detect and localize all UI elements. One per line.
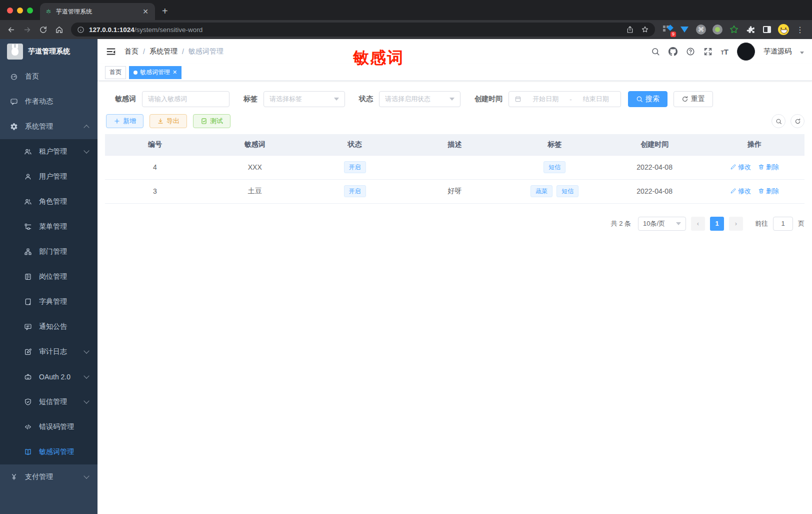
user-avatar[interactable] — [737, 43, 755, 61]
puzzle-extensions-icon[interactable] — [744, 24, 756, 36]
sidebar-item-label: 支付管理 — [25, 472, 53, 481]
shrink-search-button[interactable] — [772, 114, 786, 128]
logo-avatar — [7, 44, 23, 60]
column-header: 状态 — [305, 134, 405, 155]
command-extension-icon[interactable]: ⌘ — [695, 24, 707, 36]
sidebar-item-敏感词管理[interactable]: 敏感词管理 — [0, 439, 98, 464]
delete-row-button[interactable]: 删除 — [758, 163, 779, 172]
sidebar-item-部门管理[interactable]: 部门管理 — [0, 239, 98, 264]
collapse-sidebar-icon[interactable] — [106, 46, 116, 57]
edit-row-button[interactable]: 修改 — [730, 187, 751, 196]
breadcrumb-item[interactable]: 系统管理 — [150, 47, 178, 56]
breadcrumb-item: 敏感词管理 — [188, 47, 224, 56]
test-button[interactable]: 测试 — [193, 114, 230, 128]
sidebar-item-短信管理[interactable]: 短信管理 — [0, 389, 98, 414]
sidebar-item-用户管理[interactable]: 用户管理 — [0, 164, 98, 189]
sidebar-item-字典管理[interactable]: 字典管理 — [0, 289, 98, 314]
sidebar-item-支付管理[interactable]: 支付管理 — [0, 464, 98, 489]
sidebar-item-作者动态[interactable]: 作者动态 — [0, 89, 98, 114]
edit-row-button[interactable]: 修改 — [730, 163, 751, 172]
table-row: 3土豆开启好呀蔬菜短信2022-04-08修改删除 — [105, 179, 804, 203]
delete-row-button[interactable]: 删除 — [758, 187, 779, 196]
next-page-button[interactable]: › — [729, 217, 743, 231]
bookmark-star-icon[interactable] — [641, 26, 649, 34]
tags-view-tab-敏感词管理[interactable]: 敏感词管理✕ — [129, 66, 182, 79]
sidebar-item-label: 通知公告 — [39, 322, 67, 331]
reload-button[interactable] — [36, 23, 50, 37]
header-search-icon[interactable] — [651, 47, 660, 56]
prev-page-button[interactable]: ‹ — [691, 217, 705, 231]
sidebar-item-系统管理[interactable]: 系统管理 — [0, 114, 98, 139]
cell-id: 3 — [105, 179, 205, 203]
refresh-table-button[interactable] — [790, 114, 804, 128]
date-end-placeholder[interactable]: 结束日期 — [577, 95, 615, 104]
active-dot-icon — [134, 71, 138, 75]
table-tools — [772, 114, 804, 128]
minimize-window-button[interactable] — [17, 8, 23, 14]
forward-button[interactable] — [20, 23, 34, 37]
star-extension-icon[interactable] — [728, 24, 740, 36]
font-size-icon[interactable]: TT — [721, 48, 728, 56]
close-tab-icon[interactable]: ✕ — [172, 69, 177, 76]
people-icon — [24, 198, 32, 206]
devtools-extension-icon[interactable] — [678, 24, 690, 36]
tag-select[interactable]: 请选择标签 — [264, 91, 345, 107]
edit-icon — [24, 348, 32, 356]
sidebar-item-岗位管理[interactable]: 岗位管理 — [0, 264, 98, 289]
date-start-placeholder[interactable]: 开始日期 — [526, 95, 564, 104]
date-range-picker[interactable]: 开始日期 - 结束日期 — [508, 91, 621, 107]
home-button[interactable] — [52, 23, 66, 37]
tags-view-tab-首页[interactable]: 首页 — [105, 66, 126, 79]
sidebar-item-角色管理[interactable]: 角色管理 — [0, 189, 98, 214]
status-select[interactable]: 请选择启用状态 — [379, 91, 460, 107]
search-button[interactable]: 搜索 — [628, 91, 668, 107]
chevron-down-icon — [84, 348, 89, 353]
url-host: 127.0.0.1:1024 — [89, 26, 134, 34]
sidebar-item-菜单管理[interactable]: 菜单管理 — [0, 214, 98, 239]
export-button[interactable]: 导出 — [150, 114, 187, 128]
extensions-area: 9 ⌘ ⋮ — [660, 24, 808, 36]
close-tab-icon[interactable]: ✕ — [141, 8, 150, 16]
reset-button-label: 重置 — [691, 95, 705, 104]
side-panel-icon[interactable] — [761, 24, 773, 36]
browser-menu-icon[interactable]: ⋮ — [794, 24, 806, 36]
page-size-select[interactable]: 10条/页 — [638, 217, 686, 231]
sidebar-item-通知公告[interactable]: 通知公告 — [0, 314, 98, 339]
add-button[interactable]: 新增 — [106, 114, 144, 128]
tab-label: 首页 — [110, 68, 122, 77]
github-icon[interactable] — [668, 47, 678, 56]
share-icon[interactable] — [626, 26, 634, 34]
current-page-button[interactable]: 1 — [710, 217, 724, 231]
sensitive-word-table: 编号敏感词状态描述标签创建时间操作 4XXX开启短信2022-04-08修改删除… — [105, 134, 804, 204]
back-button[interactable] — [4, 23, 18, 37]
recorder-extension-icon[interactable] — [712, 24, 724, 36]
close-window-button[interactable] — [7, 8, 13, 14]
reset-button[interactable]: 重置 — [674, 91, 713, 107]
user-menu-caret-icon[interactable] — [800, 52, 804, 54]
help-icon[interactable] — [686, 47, 695, 56]
user-name[interactable]: 芋道源码 — [764, 47, 792, 56]
breadcrumb: 首页/系统管理/敏感词管理 — [124, 47, 224, 56]
sidebar-item-错误码管理[interactable]: 错误码管理 — [0, 414, 98, 439]
sidebar-item-首页[interactable]: 首页 — [0, 64, 98, 89]
sidebar-item-oauth-2.0[interactable]: OAuth 2.0 — [0, 364, 98, 389]
cell-status: 开启 — [305, 155, 405, 179]
sidebar-item-label: 岗位管理 — [39, 272, 67, 281]
trash-icon — [758, 164, 764, 170]
sidebar-logo[interactable]: 芋道管理系统 — [0, 39, 98, 64]
fullscreen-icon[interactable] — [704, 47, 712, 56]
breadcrumb-item[interactable]: 首页 — [124, 47, 138, 56]
keyword-input[interactable]: 请输入敏感词 — [142, 91, 230, 107]
sidebar-item-审计日志[interactable]: 审计日志 — [0, 339, 98, 364]
pinned-extension-icon[interactable]: 9 — [662, 24, 674, 36]
navbar: 首页/系统管理/敏感词管理 TT 芋道源码 — [98, 39, 812, 64]
sidebar-item-租户管理[interactable]: 租户管理 — [0, 139, 98, 164]
site-info-icon[interactable] — [77, 26, 84, 34]
profile-avatar-icon[interactable] — [778, 24, 790, 36]
address-bar[interactable]: 127.0.0.1:1024/system/sensitive-word — [71, 23, 655, 37]
chevron-down-icon — [450, 98, 454, 101]
goto-page-input[interactable]: 1 — [773, 217, 793, 231]
browser-tab[interactable]: 芋道管理系统 ✕ — [40, 3, 155, 20]
zoom-window-button[interactable] — [27, 8, 33, 14]
new-tab-button[interactable]: + — [155, 6, 175, 20]
